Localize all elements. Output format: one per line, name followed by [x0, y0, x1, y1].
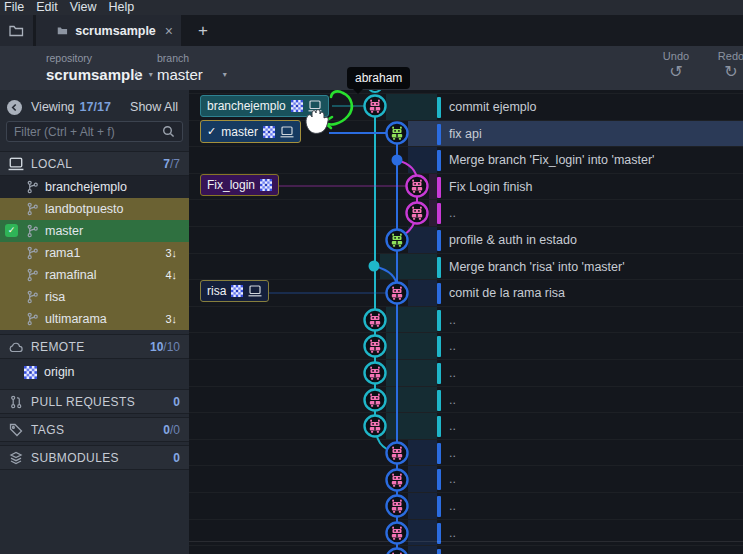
graph-edges [189, 90, 743, 554]
branch-name: landbotpuesto [45, 202, 124, 216]
menu-item[interactable]: Help [109, 0, 144, 15]
branch-name: risa [45, 290, 65, 304]
branch-item[interactable]: rama1 3↓ [0, 242, 189, 264]
branch-label-risa[interactable]: risa [200, 280, 269, 302]
merge-dot[interactable] [392, 155, 403, 166]
branch-item[interactable]: ✓ master [0, 220, 189, 242]
section-remote[interactable]: REMOTE 10/10 [0, 334, 189, 359]
behind-badge: 4↓ [165, 269, 177, 281]
behind-badge: 3↓ [165, 313, 177, 325]
viewing-label: Viewing [31, 100, 75, 114]
local-count: 7 [163, 157, 170, 171]
redo-icon: ↻ [711, 62, 743, 82]
branch-item[interactable]: branchejemplo [0, 176, 189, 198]
laptop-icon [8, 157, 24, 171]
viewing-count: 17/17 [80, 100, 111, 114]
new-tab-button[interactable]: + [191, 15, 215, 46]
behind-badge: 3↓ [165, 247, 177, 259]
show-all-button[interactable]: Show All [130, 100, 178, 114]
branch-name: branchejemplo [45, 180, 127, 194]
branch-item[interactable]: risa [0, 286, 189, 308]
checked-out-icon: ✓ [207, 125, 216, 138]
filter-placeholder: Filter (Ctrl + Alt + f) [14, 125, 162, 139]
remote-count: 10 [150, 340, 163, 354]
merge-dot[interactable] [369, 261, 380, 272]
tab-scrumsample[interactable]: scrumsample × [36, 15, 181, 46]
identicon [263, 126, 275, 138]
menu-item[interactable]: File [4, 0, 33, 15]
branch-icon [26, 312, 39, 326]
tags-count: 0 [163, 423, 170, 437]
section-pull-requests[interactable]: PULL REQUESTS 0 [0, 389, 189, 414]
breadcrumb-chevron-icon: › [134, 64, 139, 82]
branch-item[interactable]: ultimarama 3↓ [0, 308, 189, 330]
tag-icon [8, 423, 24, 437]
branch-name: ramafinal [45, 268, 96, 282]
filter-input[interactable]: Filter (Ctrl + Alt + f) [6, 121, 183, 142]
undo-icon: ↺ [656, 62, 696, 82]
cloud-icon [8, 340, 24, 354]
collapse-sidebar-button[interactable] [7, 100, 22, 115]
submodules-count: 0 [173, 451, 180, 465]
branch-item[interactable]: ramafinal 4↓ [0, 264, 189, 286]
open-repo-button[interactable] [0, 15, 33, 46]
branch-name: master [45, 224, 83, 238]
repository-label: repository [46, 52, 92, 64]
chevron-down-icon: ▾ [149, 70, 153, 79]
edge-fixlogin-branch [397, 160, 417, 238]
chevron-left-icon [10, 103, 19, 112]
branch-icon [26, 180, 39, 194]
author-tooltip: abraham [347, 67, 410, 89]
section-tags[interactable]: TAGS 0/0 [0, 417, 189, 442]
origin-identicon [24, 366, 37, 379]
branch-icon [26, 224, 39, 238]
clipped-top-node [368, 90, 382, 92]
folder-icon [57, 25, 68, 36]
checked-out-icon: ✓ [5, 224, 18, 237]
tab-label: scrumsample [75, 24, 156, 38]
folder-outline-icon [9, 24, 24, 37]
menu-item[interactable]: Edit [36, 0, 67, 15]
sidebar: Viewing 17/17 Show All Filter (Ctrl + Al… [0, 90, 189, 554]
identicon [260, 179, 272, 191]
branch-label-fix-login[interactable]: Fix_login [200, 174, 279, 196]
menu-bar: FileEditViewHelp [0, 0, 743, 15]
pull-request-icon [8, 395, 24, 409]
branch-icon [26, 246, 39, 260]
branch-label: branch [157, 52, 189, 64]
menu-item[interactable]: View [70, 0, 106, 15]
tab-close-icon[interactable]: × [165, 23, 173, 39]
laptop-icon [308, 100, 322, 112]
commit-node[interactable] [387, 549, 408, 554]
redo-button[interactable]: Redo ↻ [711, 50, 743, 82]
branch-dropdown[interactable]: master ▾ [157, 66, 227, 83]
pr-count: 0 [173, 395, 180, 409]
branch-item[interactable]: landbotpuesto [0, 198, 189, 220]
branch-icon [26, 290, 39, 304]
commit-graph: commit ejemplo fix api Merge branch 'Fix… [189, 90, 743, 554]
branch-name: rama1 [45, 246, 80, 260]
identicon [231, 285, 243, 297]
viewing-row: Viewing 17/17 Show All [0, 95, 189, 119]
origin-label: origin [44, 365, 75, 379]
laptop-icon [248, 285, 262, 297]
branch-icon [26, 202, 39, 216]
branch-name: ultimarama [45, 312, 107, 326]
branch-label-branchejemplo[interactable]: branchejemplo [200, 95, 329, 117]
tab-bar: scrumsample × + [0, 15, 743, 46]
undo-button[interactable]: Undo ↺ [656, 50, 696, 82]
chevron-down-icon: ▾ [223, 70, 227, 79]
section-submodules[interactable]: SUBMODULES 0 [0, 445, 189, 470]
branch-label-master[interactable]: ✓ master [200, 120, 301, 143]
submodules-icon [8, 451, 24, 465]
search-icon [162, 125, 175, 138]
app-window: FileEditViewHelp scrumsample × + reposit… [0, 0, 743, 554]
identicon [291, 100, 303, 112]
local-branch-list: branchejemplo landbotpuesto ✓ master [0, 176, 189, 330]
laptop-icon [280, 126, 294, 138]
section-local[interactable]: LOCAL 7/7 [0, 151, 189, 176]
branch-icon [26, 268, 39, 282]
remote-origin-item[interactable]: origin [0, 360, 189, 384]
